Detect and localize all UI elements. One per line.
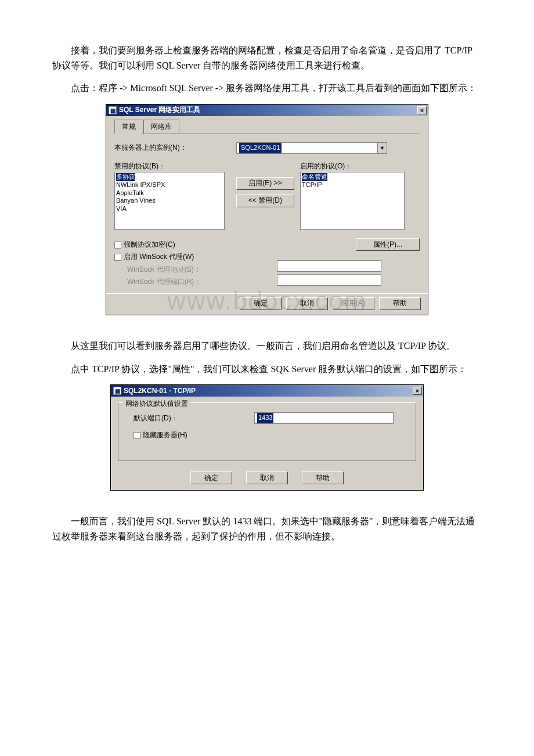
encrypt-checkbox[interactable] <box>114 242 121 249</box>
paragraph-2: 点击：程序 -> Microsoft SQL Server -> 服务器网络使用… <box>52 81 482 96</box>
list-item[interactable]: AppleTalk <box>116 189 144 196</box>
group-title: 网络协议默认值设置 <box>123 398 190 409</box>
port-value: 1433 <box>257 413 273 423</box>
enabled-protocols-label: 启用的协议(O)： <box>300 161 410 172</box>
port-input[interactable]: 1433 <box>254 412 394 424</box>
titlebar[interactable]: ▦ SQL Server 网络实用工具 × <box>106 105 428 116</box>
properties-button[interactable]: 属性(P)... <box>356 238 420 251</box>
window-title: SQL Server 网络实用工具 <box>119 105 417 116</box>
group-box: 网络协议默认值设置 默认端口(D)： 1433 隐藏服务器(H) <box>118 402 416 461</box>
winsock-label: 启用 WinSock 代理(W) <box>124 251 194 262</box>
screenshot-dialog-1: ▦ SQL Server 网络实用工具 × 常规 网络库 本服务器上的实例(N)… <box>52 104 482 315</box>
enable-button[interactable]: 启用(E) >> <box>236 177 294 190</box>
disabled-protocols-list[interactable]: 多协议 NWLink IPX/SPX AppleTalk Banyan Vine… <box>114 172 225 230</box>
tab-strip: 常规 网络库 <box>114 120 420 134</box>
ok-button[interactable]: 确定 <box>240 297 282 310</box>
list-item[interactable]: Banyan Vines <box>116 197 156 204</box>
disabled-protocols-label: 禁用的协议(B)： <box>114 161 230 172</box>
proxy-port-label: WinSock 代理端口(R)： <box>114 276 265 287</box>
cancel-button[interactable]: 取消 <box>246 471 288 484</box>
winsock-checkbox[interactable] <box>114 254 121 261</box>
tab-general[interactable]: 常规 <box>114 120 143 134</box>
chevron-down-icon[interactable]: ▼ <box>377 143 387 153</box>
proxy-port-input <box>277 274 381 286</box>
list-item[interactable]: NWLink IPX/SPX <box>116 181 165 188</box>
instance-value: SQL2KCN-01 <box>239 143 282 153</box>
tab-netlib[interactable]: 网络库 <box>143 120 179 134</box>
proxy-addr-label: WinSock 代理地址(S)： <box>114 264 265 275</box>
hide-server-checkbox[interactable] <box>134 432 140 439</box>
list-item[interactable]: 命名管道 <box>302 173 327 181</box>
apply-button[interactable]: 应用(A) <box>333 297 374 310</box>
app-icon: ▦ <box>109 106 117 114</box>
list-item[interactable]: VIA <box>116 205 127 212</box>
titlebar[interactable]: ▦ SQL2KCN-01 - TCP/IP × <box>111 385 423 397</box>
list-item[interactable]: TCP/IP <box>302 181 322 188</box>
paragraph-1: 接着，我们要到服务器上检查服务器端的网络配置，检查是否启用了命名管道，是否启用了… <box>52 43 482 73</box>
paragraph-4: 点中 TCP/IP 协议，选择"属性"，我们可以来检查 SQK Server 服… <box>52 362 482 377</box>
help-button[interactable]: 帮助 <box>302 471 344 484</box>
help-button[interactable]: 帮助 <box>379 297 421 310</box>
disable-button[interactable]: << 禁用(D) <box>236 195 294 207</box>
window-title: SQL2KCN-01 - TCP/IP <box>124 386 413 397</box>
proxy-addr-input <box>277 260 381 272</box>
encrypt-label: 强制协议加密(C) <box>124 239 175 250</box>
screenshot-dialog-2: ▦ SQL2KCN-01 - TCP/IP × 网络协议默认值设置 默认端口(D… <box>52 384 482 491</box>
paragraph-3: 从这里我们可以看到服务器启用了哪些协议。一般而言，我们启用命名管道以及 TCP/… <box>52 339 482 354</box>
close-icon[interactable]: × <box>417 106 427 114</box>
app-icon: ▦ <box>113 387 121 395</box>
instance-label: 本服务器上的实例(N)： <box>114 142 236 153</box>
port-label: 默认端口(D)： <box>127 413 254 424</box>
enabled-protocols-list[interactable]: 命名管道 TCP/IP <box>300 172 405 230</box>
hide-server-label: 隐藏服务器(H) <box>143 430 187 441</box>
list-item[interactable]: 多协议 <box>116 173 135 181</box>
paragraph-5: 一般而言，我们使用 SQL Server 默认的 1433 端口。如果选中"隐藏… <box>52 514 482 543</box>
cancel-button[interactable]: 取消 <box>286 297 328 310</box>
instance-combo[interactable]: SQL2KCN-01 ▼ <box>236 142 387 154</box>
close-icon[interactable]: × <box>413 387 422 395</box>
ok-button[interactable]: 确定 <box>190 471 232 484</box>
